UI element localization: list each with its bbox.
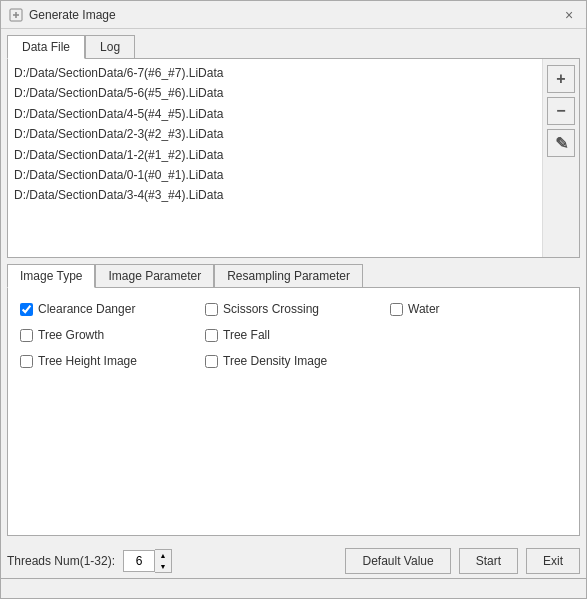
checkbox-tree-growth[interactable]: Tree Growth — [20, 328, 197, 342]
tab-log[interactable]: Log — [85, 35, 135, 59]
start-button[interactable]: Start — [459, 548, 518, 574]
remove-file-button[interactable]: − — [547, 97, 575, 125]
app-icon — [9, 8, 23, 22]
main-window: Generate Image × Data File Log D:/Data/S… — [0, 0, 587, 599]
bottom-section: Image Type Image Parameter Resampling Pa… — [7, 264, 580, 536]
checkbox-empty-2 — [390, 354, 567, 368]
checkbox-tree-fall[interactable]: Tree Fall — [205, 328, 382, 342]
threads-label: Threads Num(1-32): — [7, 554, 115, 568]
content-area: Data File Log D:/Data/SectionData/6-7(#6… — [1, 29, 586, 542]
tab-image-parameter[interactable]: Image Parameter — [95, 264, 214, 288]
close-button[interactable]: × — [560, 6, 578, 24]
list-item[interactable]: D:/Data/SectionData/5-6(#5_#6).LiData — [14, 83, 536, 103]
threads-spinner[interactable]: ▲ ▼ — [123, 549, 172, 573]
tab-data-file[interactable]: Data File — [7, 35, 85, 59]
checkbox-grid: Clearance Danger Scissors Crossing Water… — [20, 298, 567, 368]
threads-down-button[interactable]: ▼ — [155, 561, 171, 572]
checkbox-tree-height-image[interactable]: Tree Height Image — [20, 354, 197, 368]
tab-image-type[interactable]: Image Type — [7, 264, 95, 288]
list-item[interactable]: D:/Data/SectionData/0-1(#0_#1).LiData — [14, 165, 536, 185]
threads-up-button[interactable]: ▲ — [155, 550, 171, 561]
exit-button[interactable]: Exit — [526, 548, 580, 574]
checkbox-water[interactable]: Water — [390, 302, 567, 316]
file-list[interactable]: D:/Data/SectionData/6-7(#6_#7).LiDataD:/… — [8, 59, 542, 257]
list-item[interactable]: D:/Data/SectionData/4-5(#4_#5).LiData — [14, 104, 536, 124]
edit-file-button[interactable]: ✎ — [547, 129, 575, 157]
title-bar: Generate Image × — [1, 1, 586, 29]
checkbox-scissors-crossing[interactable]: Scissors Crossing — [205, 302, 382, 316]
window-title: Generate Image — [29, 8, 116, 22]
tab-resampling-parameter[interactable]: Resampling Parameter — [214, 264, 363, 288]
checkbox-clearance-danger[interactable]: Clearance Danger — [20, 302, 197, 316]
status-bar — [1, 578, 586, 598]
list-item[interactable]: D:/Data/SectionData/1-2(#1_#2).LiData — [14, 145, 536, 165]
list-item[interactable]: D:/Data/SectionData/2-3(#2_#3).LiData — [14, 124, 536, 144]
checkbox-tree-density-image[interactable]: Tree Density Image — [205, 354, 382, 368]
default-value-button[interactable]: Default Value — [345, 548, 450, 574]
bottom-panel: Clearance Danger Scissors Crossing Water… — [7, 287, 580, 536]
file-buttons: + − ✎ — [542, 59, 579, 257]
list-item[interactable]: D:/Data/SectionData/3-4(#3_#4).LiData — [14, 185, 536, 205]
bottom-tab-bar: Image Type Image Parameter Resampling Pa… — [7, 264, 580, 288]
top-tab-bar: Data File Log — [7, 35, 580, 59]
list-item[interactable]: D:/Data/SectionData/6-7(#6_#7).LiData — [14, 63, 536, 83]
footer: Threads Num(1-32): ▲ ▼ Default Value Sta… — [1, 542, 586, 578]
file-section: D:/Data/SectionData/6-7(#6_#7).LiDataD:/… — [7, 58, 580, 258]
add-file-button[interactable]: + — [547, 65, 575, 93]
checkbox-empty-1 — [390, 328, 567, 342]
threads-input[interactable] — [123, 550, 155, 572]
